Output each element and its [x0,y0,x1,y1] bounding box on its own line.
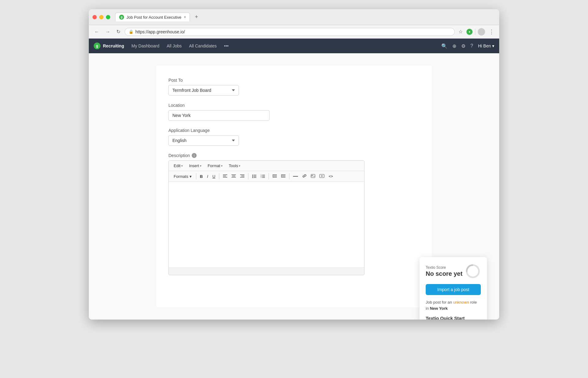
toolbar-separator-3 [248,173,248,179]
active-tab[interactable]: g Job Post for Account Executive × [115,13,190,21]
nav-all-candidates[interactable]: All Candidates [189,43,217,48]
tab-favicon: g [119,15,124,20]
image-button[interactable] [309,173,317,180]
formats-arrow-icon: ▾ [190,174,192,179]
bold-button[interactable]: B [198,173,205,180]
tools-arrow-icon: ▾ [239,164,240,167]
close-button[interactable] [92,15,97,19]
minimize-button[interactable] [99,15,104,19]
textio-score-section: Textio Score No score yet [426,263,481,279]
embed-button[interactable] [318,173,326,180]
nav-my-dashboard[interactable]: My Dashboard [131,43,159,48]
toolbar-separator-2 [219,173,219,179]
user-menu[interactable]: Hi Ben ▾ [478,43,494,48]
textio-score-value: No score yet [426,270,462,277]
nav-more-button[interactable]: ••• [224,43,229,48]
textio-quick-start-title: Textio Quick Start [426,316,481,320]
textio-score-ring [465,263,481,279]
new-tab-button[interactable]: + [192,13,201,21]
format-arrow-icon: ▾ [221,164,223,167]
user-greeting: Hi Ben [478,43,491,48]
bookmark-icon[interactable]: ☆ [457,28,464,36]
svg-point-13 [252,177,253,178]
back-button[interactable]: ← [92,28,101,36]
insert-arrow-icon: ▾ [200,164,202,167]
content-wrapper: Post To Termfront Job Board Location App… [156,65,432,307]
address-bar[interactable]: 🔒 [125,28,455,36]
titlebar: g Job Post for Account Executive × + [89,9,499,25]
app-navbar: g Recruiting My Dashboard All Jobs All C… [89,39,499,53]
italic-button[interactable]: I [205,173,210,180]
app-language-label: Application Language [168,128,420,133]
app-logo: g Recruiting [94,43,124,49]
post-to-select[interactable]: Termfront Job Board [168,85,239,95]
location-group: Location [168,103,420,121]
location-label: Location [168,103,420,108]
nav-icons: 🔍 ⊕ ⚙ ? Hi Ben ▾ [441,43,494,49]
logo-icon: g [94,43,100,49]
user-avatar [478,28,485,36]
outdent-button[interactable] [271,173,279,180]
align-left-button[interactable] [221,173,229,180]
description-group: Description i Edit ▾ Insert ▾ [168,153,420,275]
svg-point-9 [252,174,253,175]
nav-all-jobs[interactable]: All Jobs [167,43,182,48]
window-buttons [92,15,110,19]
svg-rect-27 [311,174,315,178]
align-right-button[interactable] [238,173,246,180]
textio-score-label: Textio Score [426,265,462,270]
editor-menu-format[interactable]: Format ▾ [205,163,225,169]
forward-button[interactable]: → [104,28,112,36]
editor-toolbar: Formats ▾ B I U [169,171,364,182]
maximize-button[interactable] [106,15,110,19]
editor-menu-edit[interactable]: Edit ▾ [171,163,185,169]
app-language-select[interactable]: English [168,135,239,146]
location-input[interactable] [168,110,270,121]
formats-dropdown[interactable]: Formats ▾ [171,173,194,180]
ordered-list-button[interactable]: 1.2.3. [259,173,267,180]
toolbar-separator-4 [269,173,269,179]
add-icon[interactable]: ⊕ [452,43,456,49]
editor-menu-insert[interactable]: Insert ▾ [187,163,204,169]
toolbar-divider [475,29,475,35]
code-button[interactable]: <> [327,173,335,180]
editor-menubar: Edit ▾ Insert ▾ Format ▾ Tools [169,161,364,171]
post-to-label: Post To [168,78,420,83]
textio-location: New York [430,306,448,311]
toolbar-separator-5 [289,173,289,179]
refresh-button[interactable]: ↻ [115,28,122,36]
browser-window: g Job Post for Account Executive × + ← →… [89,9,499,320]
toolbar-actions: ☆ ● ⋮ [457,27,496,36]
settings-icon[interactable]: ⚙ [461,43,466,49]
link-button[interactable] [300,173,308,180]
browser-toolbar: ← → ↻ 🔒 ☆ ● ⋮ [89,25,499,39]
tab-bar: g Job Post for Account Executive × + [115,13,496,21]
secure-icon: 🔒 [129,29,134,34]
editor-menu-tools[interactable]: Tools ▾ [226,163,243,169]
import-job-post-button[interactable]: Import a job post [426,284,481,295]
underline-button[interactable]: U [211,173,217,180]
browser-menu-button[interactable]: ⋮ [488,27,496,36]
editor-footer [169,268,364,275]
textio-unknown-role: unknown [453,300,469,305]
edit-arrow-icon: ▾ [181,164,183,167]
indent-button[interactable] [279,173,287,180]
unordered-list-button[interactable] [250,173,258,180]
app-language-group: Application Language English [168,128,420,146]
align-center-button[interactable] [230,173,238,180]
editor-body[interactable] [169,182,364,268]
textio-score-info: Textio Score No score yet [426,265,462,277]
tab-title: Job Post for Account Executive [126,15,181,20]
address-input[interactable] [135,29,451,34]
hr-button[interactable]: — [291,172,300,180]
help-icon[interactable]: ? [470,43,473,49]
extension-icon: ● [466,29,473,35]
editor-container: Edit ▾ Insert ▾ Format ▾ Tools [168,160,364,275]
search-icon[interactable]: 🔍 [441,43,447,49]
brand-name: Recruiting [103,43,124,48]
svg-text:3.: 3. [261,176,262,178]
tab-close-button[interactable]: × [184,15,186,19]
textio-panel: Textio Score No score yet Import a job p… [420,257,487,320]
post-to-group: Post To Termfront Job Board [168,78,420,95]
description-info-icon[interactable]: i [192,153,197,158]
